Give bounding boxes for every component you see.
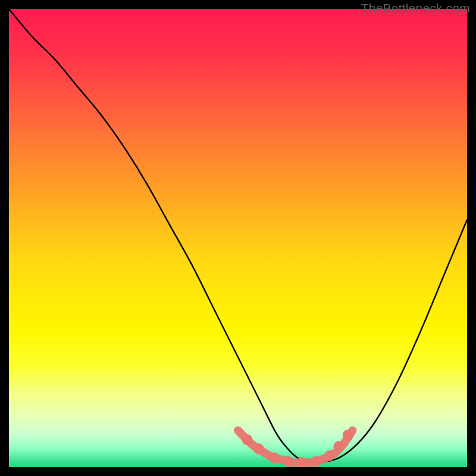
optimal-marker-dot [333, 441, 344, 452]
chart-frame: TheBottleneck.com [0, 0, 476, 476]
optimal-range-dots [242, 430, 353, 467]
curve-layer [9, 9, 467, 467]
optimal-marker-dot [283, 456, 294, 467]
optimal-marker-dot [270, 453, 280, 464]
plot-area [9, 9, 467, 467]
optimal-marker-dot [343, 430, 353, 440]
optimal-marker-dot [324, 450, 335, 461]
bottleneck-curve [9, 9, 467, 463]
optimal-marker-dot [242, 434, 252, 445]
optimal-marker-dot [311, 456, 321, 467]
optimal-marker-dot [253, 443, 264, 454]
watermark-text: TheBottleneck.com [361, 1, 470, 15]
